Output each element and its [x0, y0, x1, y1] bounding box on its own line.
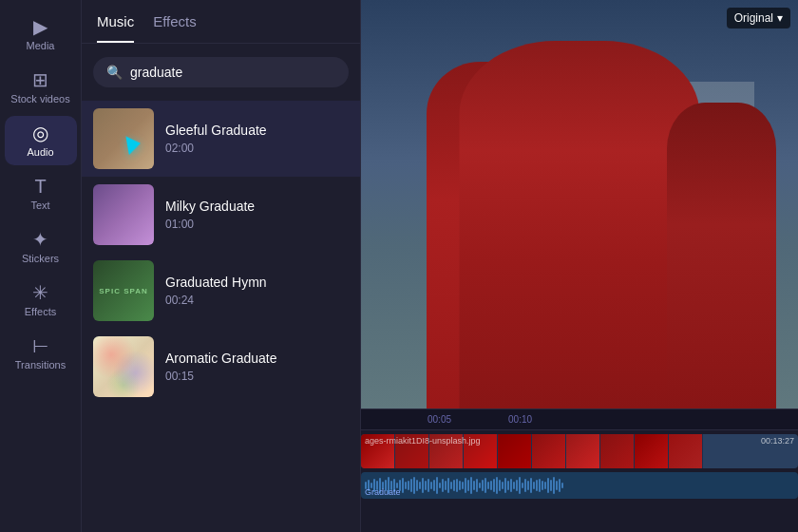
panel-tabs: Music Effects — [82, 0, 360, 44]
music-duration-aromatic: 00:15 — [165, 370, 349, 383]
waveform-bar — [504, 478, 506, 493]
quality-label: Original — [734, 11, 773, 25]
waveform-bar — [467, 480, 469, 491]
ruler-mark-1: 00:10 — [508, 414, 532, 425]
track-video: ages-rmiakit1DI8-unsplash.jpg 00:13:27 — [361, 434, 798, 468]
music-title-gleeful: Gleeful Graduate — [165, 123, 349, 138]
quality-dropdown[interactable]: Original ▾ — [727, 8, 790, 28]
waveform-bar — [544, 482, 546, 489]
waveform-bar — [527, 481, 529, 490]
waveform-bar — [482, 480, 484, 491]
music-item-hymn[interactable]: SPIC SPAN Graduated Hymn 00:24 — [82, 253, 360, 329]
sidebar-item-text[interactable]: T Text — [5, 169, 77, 218]
music-thumb-hymn: SPIC SPAN — [93, 260, 154, 321]
waveform-bar — [533, 482, 535, 489]
waveform-bar — [516, 480, 518, 491]
waveform-bar — [436, 477, 438, 494]
sidebar-item-stickers[interactable]: ✦ Stickers — [5, 222, 77, 272]
waveform-bar — [530, 478, 532, 493]
waveform-bar — [476, 479, 478, 492]
waveform-bar — [542, 481, 543, 490]
music-item-aromatic[interactable]: Aromatic Graduate 00:15 — [82, 329, 360, 405]
sidebar-item-media-label: Media — [27, 40, 55, 51]
ruler-mark-0: 00:05 — [428, 414, 451, 425]
chevron-down-icon: ▾ — [777, 11, 783, 25]
waveform-bar — [499, 480, 501, 491]
audio-track-strip[interactable]: Graduate — [361, 472, 798, 499]
person-right — [667, 103, 776, 409]
waveform-bar — [561, 483, 563, 488]
music-thumb-gleeful — [93, 108, 154, 169]
music-title-milky: Milky Graduate — [165, 199, 349, 214]
sidebar-item-transitions-label: Transitions — [15, 359, 66, 370]
waveform-bar — [507, 481, 509, 490]
stock-videos-icon: ⊞ — [32, 70, 48, 89]
sidebar-item-media[interactable]: ▶ Media — [5, 10, 77, 59]
main-area: Original ▾ 00:05 00:10 ages-rmiakit1DI8-… — [361, 0, 798, 532]
waveform-bar — [408, 481, 409, 490]
sidebar-item-audio-label: Audio — [27, 146, 53, 158]
timeline: 00:05 00:10 ages-rmiakit1DI8-unsplash.jp… — [361, 408, 798, 532]
waveform-bar — [536, 480, 538, 491]
transitions-icon: ⊢ — [32, 336, 48, 355]
waveform-bar — [402, 478, 404, 493]
waveform-bar — [553, 477, 555, 494]
music-title-hymn: Graduated Hymn — [165, 275, 349, 290]
video-track-strip[interactable]: ages-rmiakit1DI8-unsplash.jpg 00:13:27 — [361, 434, 798, 468]
waveform-bar — [465, 478, 466, 493]
search-input[interactable] — [130, 65, 335, 80]
music-thumb-milky — [93, 184, 154, 245]
sidebar: ▶ Media ⊞ Stock videos ◎ Audio T Text ✦ … — [0, 0, 82, 532]
waveform-bar — [410, 479, 412, 492]
waveform-bar — [473, 481, 475, 490]
video-preview: Original ▾ — [361, 0, 798, 408]
waveform-bar — [430, 482, 432, 489]
waveform-bar — [439, 483, 441, 488]
waveform-bar — [405, 482, 407, 489]
sidebar-item-stickers-label: Stickers — [22, 253, 59, 264]
track-filename: ages-rmiakit1DI8-unsplash.jpg — [365, 436, 481, 446]
waveform-bar — [433, 480, 435, 491]
tab-music[interactable]: Music — [97, 13, 134, 43]
music-title-aromatic: Aromatic Graduate — [165, 351, 349, 366]
waveform-bar — [556, 481, 558, 490]
video-cell-8 — [635, 434, 669, 468]
waveform-bar — [493, 479, 495, 492]
waveform-bar — [522, 483, 523, 488]
music-info-aromatic: Aromatic Graduate 00:15 — [165, 351, 349, 383]
stickers-icon: ✦ — [32, 230, 48, 249]
waveform-bar — [490, 481, 492, 490]
waveform-bar — [487, 482, 489, 489]
tab-effects[interactable]: Effects — [153, 13, 197, 43]
waveform-bar — [550, 480, 552, 491]
track-audio: Graduate — [361, 472, 798, 506]
waveform-bar — [453, 480, 455, 491]
sidebar-item-audio[interactable]: ◎ Audio — [5, 116, 77, 165]
music-list: Gleeful Graduate 02:00 Milky Graduate 01… — [82, 97, 360, 532]
sidebar-item-transitions[interactable]: ⊢ Transitions — [5, 329, 77, 378]
sidebar-item-effects[interactable]: ✳ Effects — [5, 276, 77, 325]
sidebar-item-text-label: Text — [30, 200, 49, 211]
waveform-bar — [422, 478, 424, 493]
waveform-bar — [428, 479, 429, 492]
waveform-bar — [513, 482, 515, 489]
search-bar: 🔍 — [93, 57, 349, 87]
waveform-bar — [479, 483, 481, 488]
sidebar-item-effects-label: Effects — [25, 306, 56, 317]
waveform-bar — [413, 477, 415, 494]
sidebar-item-stock-videos[interactable]: ⊞ Stock videos — [5, 63, 77, 112]
timeline-ruler: 00:05 00:10 — [361, 409, 798, 430]
music-item-gleeful[interactable]: Gleeful Graduate 02:00 — [82, 101, 360, 177]
effects-icon: ✳ — [32, 283, 48, 302]
music-info-hymn: Graduated Hymn 00:24 — [165, 275, 349, 307]
music-thumb-aromatic — [93, 336, 154, 397]
waveform-bar — [450, 482, 452, 489]
search-icon: 🔍 — [106, 65, 123, 80]
audio-icon: ◎ — [32, 124, 48, 142]
video-cell-7 — [600, 434, 635, 468]
person-main — [460, 41, 700, 408]
grad-figures — [361, 0, 798, 408]
music-panel: Music Effects 🔍 Gleeful Graduate 02:00 — [82, 0, 361, 532]
music-item-milky[interactable]: Milky Graduate 01:00 — [82, 177, 360, 253]
waveform-bar — [484, 478, 486, 493]
